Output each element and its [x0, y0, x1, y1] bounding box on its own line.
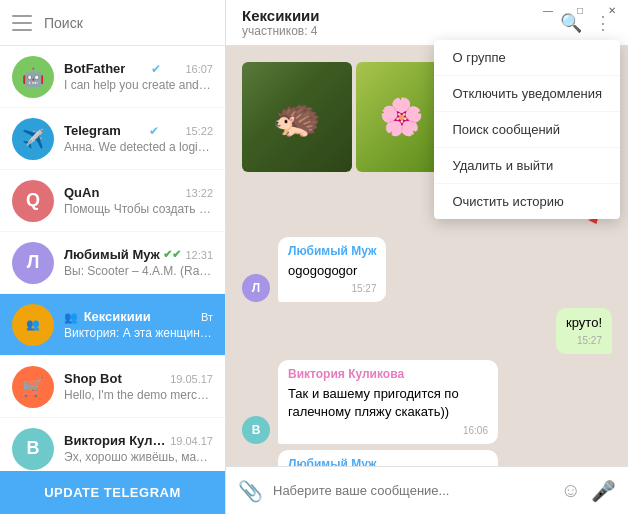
chat-item-telegram[interactable]: ✈️ Telegram ✔ 15:22 Анна. We detected a … [0, 108, 225, 170]
update-telegram-button[interactable]: UPDATE TELEGRAM [0, 471, 225, 514]
avatar-telegram: ✈️ [12, 118, 54, 160]
verified-icon: ✔ [149, 124, 159, 138]
chat-info-botfather: BotFather ✔ 16:07 I can help you create … [64, 61, 213, 92]
chat-time: 12:31 [185, 249, 213, 261]
sidebar-header [0, 0, 225, 46]
sender-name: Виктория Куликова [288, 366, 488, 383]
double-checkmark-icon: ✔✔ [163, 248, 181, 261]
sidebar: 🤖 BotFather ✔ 16:07 I can help you creat… [0, 0, 226, 514]
message-text: круто! [566, 315, 602, 330]
chat-item-keksikiiii[interactable]: 👥 👥 Кексикиии Вт Виктория: А эта женщина… [0, 294, 225, 356]
close-button[interactable]: ✕ [596, 0, 628, 20]
dropdown-item-search[interactable]: Поиск сообщений [434, 112, 620, 148]
avatar-viktoriya: В [12, 428, 54, 470]
chat-name: Виктория Кулико... [64, 433, 170, 448]
chat-name: 👥 Кексикиии [64, 309, 151, 324]
chat-time: 19.05.17 [170, 373, 213, 385]
dropdown-item-clear[interactable]: Очистить историю [434, 184, 620, 219]
chat-info-keksikiiii: 👥 Кексикиии Вт Виктория: А эта женщина п… [64, 309, 213, 340]
avatar-quan: Q [12, 180, 54, 222]
chat-time: 13:22 [185, 187, 213, 199]
chat-item-botfather[interactable]: 🤖 BotFather ✔ 16:07 I can help you creat… [0, 46, 225, 108]
chat-item-quan[interactable]: Q QuAn 13:22 Помощь Чтобы создать опл... [0, 170, 225, 232]
emoji-icon[interactable]: ☺ [561, 479, 581, 502]
chat-name: Telegram [64, 123, 121, 138]
search-input[interactable] [44, 15, 219, 31]
attach-icon[interactable]: 📎 [238, 479, 263, 503]
chat-name: BotFather [64, 61, 125, 76]
bubble-viktoriya1: Виктория Куликова Так и вашему пригодитс… [278, 360, 498, 443]
chat-item-shopbot[interactable]: 🛒 Shop Bot 19.05.17 Hello, I'm the demo … [0, 356, 225, 418]
message-husband1: Л Любимый Муж у нас мальчик ему все непо… [242, 450, 612, 466]
maximize-button[interactable]: □ [564, 0, 596, 20]
chat-name: Shop Bot [64, 371, 122, 386]
message-text: Так и вашему пригодится по галечному пля… [288, 385, 488, 421]
chat-preview: Анна. We detected a login in... [64, 140, 213, 154]
chat-time: 19.04.17 [170, 435, 213, 447]
chat-header-info: Кексикиии участников: 4 [242, 7, 560, 38]
avatar-shopbot: 🛒 [12, 366, 54, 408]
chat-time: 16:07 [185, 63, 213, 75]
chat-header-name: Кексикиии [242, 7, 560, 24]
hamburger-icon[interactable] [12, 15, 32, 31]
dropdown-item-leave[interactable]: Удалить и выйти [434, 148, 620, 184]
sender-name: Любимый Муж [288, 456, 488, 466]
avatar-keksikiiii: 👥 [12, 304, 54, 346]
window-controls: — □ ✕ [532, 0, 628, 20]
avatar-husband: Л [12, 242, 54, 284]
minimize-button[interactable]: — [532, 0, 564, 20]
message-time: 15:27 [566, 334, 602, 348]
message-kruto: круто! 15:27 [242, 308, 612, 354]
message-input[interactable] [273, 483, 551, 498]
chat-time: 15:22 [185, 125, 213, 137]
chat-input-bar: 📎 ☺ 🎤 [226, 466, 628, 514]
chat-time: Вт [201, 311, 213, 323]
chat-header-subtitle: участников: 4 [242, 24, 560, 38]
chat-info-quan: QuAn 13:22 Помощь Чтобы создать опл... [64, 185, 213, 216]
avatar-msg-husband: Л [242, 274, 270, 302]
dropdown-item-mute[interactable]: Отключить уведомления [434, 76, 620, 112]
chat-preview: Вы: Scooter – 4.A.M. (Radio V... [64, 264, 213, 278]
chat-preview: I can help you create and ma... [64, 78, 213, 92]
daisy-image [356, 62, 446, 172]
dropdown-menu: О группе Отключить уведомления Поиск соо… [434, 40, 620, 219]
message-time: 15:27 [288, 282, 376, 296]
chat-item-husband[interactable]: Л Любимый Муж ✔✔ 12:31 Вы: Scooter – 4.A… [0, 232, 225, 294]
chat-list: 🤖 BotFather ✔ 16:07 I can help you creat… [0, 46, 225, 471]
chat-preview: Hello, I'm the demo merchan... [64, 388, 213, 402]
bubble-ogog: Любимый Муж ogogogogor 15:27 [278, 237, 386, 302]
chat-info-viktoriya: Виктория Кулико... 19.04.17 Эх, хорошо ж… [64, 433, 213, 464]
chat-name: QuAn [64, 185, 99, 200]
hedgehog-image [242, 62, 352, 172]
mic-icon[interactable]: 🎤 [591, 479, 616, 503]
sender-name: Любимый Муж [288, 243, 376, 260]
dropdown-item-about[interactable]: О группе [434, 40, 620, 76]
chat-item-viktoriya[interactable]: В Виктория Кулико... 19.04.17 Эх, хорошо… [0, 418, 225, 471]
chat-info-shopbot: Shop Bot 19.05.17 Hello, I'm the demo me… [64, 371, 213, 402]
chat-info-telegram: Telegram ✔ 15:22 Анна. We detected a log… [64, 123, 213, 154]
chat-main: — □ ✕ Кексикиии участников: 4 🔍 ⋮ О груп… [226, 0, 628, 514]
message-viktoriya1: В Виктория Куликова Так и вашему пригоди… [242, 360, 612, 443]
message-time: 16:06 [288, 424, 488, 438]
chat-info-husband: Любимый Муж ✔✔ 12:31 Вы: Scooter – 4.A.M… [64, 247, 213, 278]
chat-name: Любимый Муж ✔✔ [64, 247, 181, 262]
bubble-kruto: круто! 15:27 [556, 308, 612, 354]
avatar-msg-viktoriya: В [242, 416, 270, 444]
chat-preview: Помощь Чтобы создать опл... [64, 202, 213, 216]
avatar-botfather: 🤖 [12, 56, 54, 98]
message-ogog: Л Любимый Муж ogogogogor 15:27 [242, 237, 612, 302]
message-text: ogogogogor [288, 262, 376, 280]
group-icon: 👥 [64, 311, 78, 323]
chat-preview: Виктория: А эта женщина п... [64, 326, 213, 340]
chat-preview: Эх, хорошо живёшь, мать)) [64, 450, 213, 464]
bubble-husband1: Любимый Муж у нас мальчик ему все непоче… [278, 450, 498, 466]
verified-icon: ✔ [151, 62, 161, 76]
